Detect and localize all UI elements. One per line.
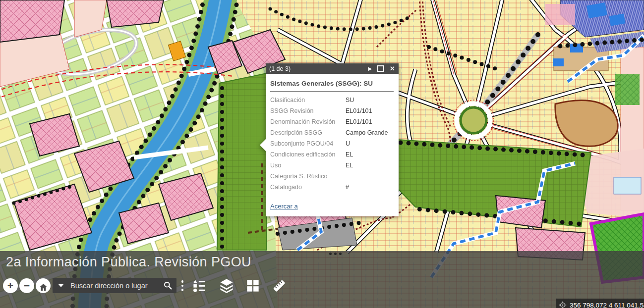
bottom-overlay-bar: 2a Información Pública. Revisión PGOU + … — [0, 251, 644, 308]
popup-pagination: (1 de 3) — [269, 65, 291, 72]
layers-icon — [219, 278, 234, 293]
popup-header[interactable]: (1 de 3) ▶ ✕ — [266, 63, 399, 74]
home-icon — [39, 283, 48, 291]
legend-icon — [192, 279, 206, 293]
measure-button[interactable] — [271, 277, 288, 294]
search-button[interactable] — [159, 278, 176, 293]
attribute-row: SSGG Revisión EL01/101 — [270, 105, 394, 116]
popup-pointer-beak — [260, 139, 266, 151]
app-title: 2a Información Pública. Revisión PGOU — [6, 255, 251, 270]
search-input[interactable] — [69, 282, 159, 290]
next-feature-icon[interactable]: ▶ — [368, 66, 372, 71]
map-viewer-app: (1 de 3) ▶ ✕ Sistemas Generales (SSGG): … — [0, 0, 644, 308]
attribute-row: Catalogado # — [270, 182, 394, 193]
search-source-dropdown[interactable] — [53, 278, 69, 293]
popup-divider — [270, 91, 394, 92]
attribute-row: Categoría S. Rústico — [270, 171, 394, 182]
kebab-dot — [181, 280, 184, 283]
zoom-out-button[interactable]: − — [19, 278, 34, 293]
attribute-row: Uso EL — [270, 160, 394, 171]
panel-drag-handle[interactable] — [329, 253, 342, 255]
layers-button[interactable] — [218, 277, 235, 294]
basemap-gallery-button[interactable] — [244, 277, 261, 294]
measure-ruler-icon — [272, 278, 287, 293]
legend-button[interactable] — [191, 277, 208, 294]
popup-body: Sistemas Generales (SSGG): SU Clasificac… — [266, 74, 399, 216]
attribute-row: Descripción SSGG Campo Grande — [270, 127, 394, 138]
home-button[interactable] — [36, 278, 51, 293]
attribute-row: Clasificación SU — [270, 95, 394, 105]
feature-popup: (1 de 3) ▶ ✕ Sistemas Generales (SSGG): … — [266, 63, 399, 216]
search-box — [53, 278, 176, 293]
maximize-icon[interactable] — [377, 65, 384, 72]
minus-icon: − — [24, 280, 30, 291]
zoom-in-button[interactable]: + — [3, 278, 18, 293]
more-tools-menu-button[interactable] — [178, 279, 186, 293]
coordinates-text: 356 798,072 4 611 041,54 — [570, 302, 644, 308]
search-icon — [163, 281, 173, 290]
attribute-row: Subconjunto PGOU/04 U — [270, 138, 394, 149]
attribute-row: Condiciones edificación EL — [270, 149, 394, 160]
plus-icon: + — [7, 280, 13, 291]
zoom-to-link[interactable]: Acercar a — [270, 203, 298, 210]
caret-down-icon — [58, 284, 64, 287]
crosshair-icon — [559, 301, 567, 308]
close-icon[interactable]: ✕ — [390, 65, 395, 72]
coordinates-widget[interactable]: 356 798,072 4 611 041,54 — [556, 299, 644, 308]
attribute-row: Denominación Revisión EL01/101 — [270, 116, 394, 127]
basemap-grid-icon — [246, 279, 260, 293]
popup-title: Sistemas Generales (SSGG): SU — [270, 80, 394, 87]
